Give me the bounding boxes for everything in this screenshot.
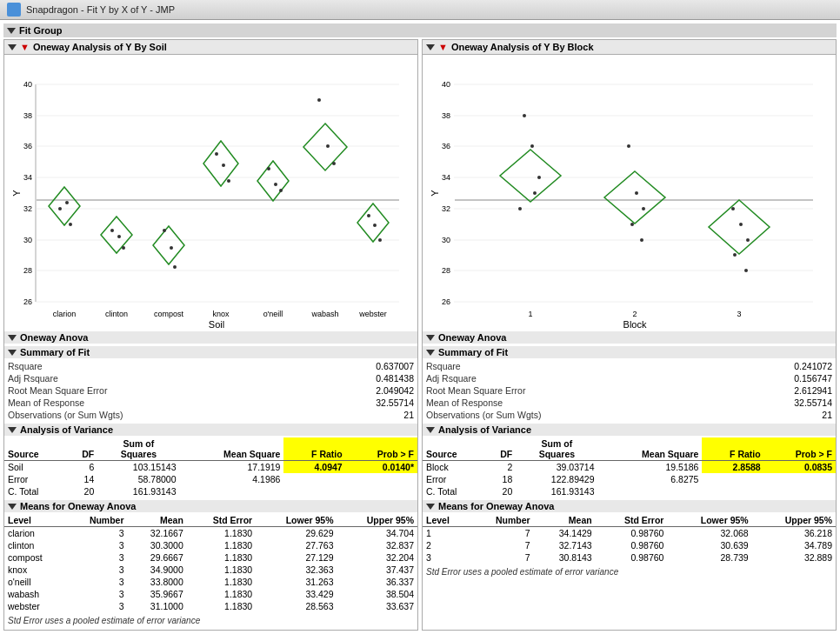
right-means-collapse[interactable] xyxy=(426,504,435,510)
right-anova-collapse[interactable] xyxy=(426,335,435,341)
left-means-collapse[interactable] xyxy=(8,504,17,510)
left-anova-table: Source DF Sum ofSquares Mean Square F Ra… xyxy=(4,437,417,497)
svg-text:28: 28 xyxy=(23,266,32,275)
svg-text:30: 30 xyxy=(23,236,32,244)
prob-cell xyxy=(764,485,836,497)
table-row: Root Mean Square Error 2.612941 xyxy=(423,384,836,397)
upper-cell: 36.337 xyxy=(337,576,417,588)
window-title: Snapdragon - Fit Y by X of Y - JMP xyxy=(26,4,175,15)
svg-text:36: 36 xyxy=(442,142,450,150)
left-chart-svg: Y 40 38 36 34 32 xyxy=(8,58,408,328)
right-chart: Y 40 38 36 34 32 30 28 26 xyxy=(423,55,836,331)
right-anova-header[interactable]: Oneway Anova xyxy=(423,331,836,344)
table-row: C. Total 20 161.93143 xyxy=(4,485,417,497)
stat-name: Adj Rsquare xyxy=(423,372,724,384)
table-row: Block 2 39.03714 19.5186 2.8588 0.0835 xyxy=(423,461,836,474)
left-summary-header[interactable]: Summary of Fit xyxy=(4,346,417,358)
level-cell: o'neill xyxy=(4,576,66,588)
stat-value: 0.481438 xyxy=(306,372,417,384)
left-means-table: Level Number Mean Std Error Lower 95% Up… xyxy=(4,514,417,612)
ms-cell: 19.5186 xyxy=(598,461,703,474)
source-cell: Error xyxy=(423,473,484,485)
left-anova-section-header[interactable]: Analysis of Variance xyxy=(4,424,417,436)
left-means-header[interactable]: Means for Oneway Anova xyxy=(4,500,417,512)
se-cell: 1.1830 xyxy=(187,539,256,551)
svg-text:compost: compost xyxy=(154,310,184,318)
svg-text:34: 34 xyxy=(23,173,32,182)
svg-text:36: 36 xyxy=(23,142,32,150)
right-means-header[interactable]: Means for Oneway Anova xyxy=(423,500,836,512)
col-prob: Prob > F xyxy=(764,437,836,461)
fit-group-collapse-icon[interactable] xyxy=(7,28,16,34)
stat-value: 0.156747 xyxy=(724,372,836,384)
se-cell: 0.98760 xyxy=(596,527,668,540)
svg-marker-73 xyxy=(500,150,561,202)
table-row: Error 18 122.89429 6.8275 xyxy=(423,473,836,485)
svg-point-87 xyxy=(739,223,743,226)
right-summary-header[interactable]: Summary of Fit xyxy=(423,346,836,358)
lower-cell: 28.739 xyxy=(667,551,751,564)
stat-name: Rsquare xyxy=(4,360,306,372)
svg-point-28 xyxy=(163,229,166,232)
prob-cell xyxy=(346,485,417,497)
svg-text:40: 40 xyxy=(23,80,32,89)
svg-point-75 xyxy=(530,144,534,148)
stat-name: Mean of Response xyxy=(4,397,306,409)
left-anova-section: Analysis of Variance Source DF Sum ofSqu… xyxy=(4,424,417,497)
right-chart-svg: Y 40 38 36 34 32 30 28 26 xyxy=(426,58,822,328)
left-summary-section: Summary of Fit Rsquare 0.637007 Adj Rsqu… xyxy=(4,346,417,421)
col-fratio: F Ratio xyxy=(283,437,345,461)
left-anova-collapse[interactable] xyxy=(8,335,17,341)
svg-text:knox: knox xyxy=(212,310,230,318)
n-cell: 7 xyxy=(470,539,534,551)
right-means-section: Means for Oneway Anova Level Number Mean… xyxy=(423,500,836,578)
col-level: Level xyxy=(4,514,66,527)
right-anova-section-header[interactable]: Analysis of Variance xyxy=(423,424,836,436)
right-panel-title: Oneway Analysis of Y By Block xyxy=(451,42,594,52)
svg-point-89 xyxy=(733,253,737,257)
right-anova-section-collapse[interactable] xyxy=(426,427,435,433)
svg-text:clarion: clarion xyxy=(53,310,77,318)
col-df: DF xyxy=(66,437,97,461)
right-panel-collapse-icon[interactable] xyxy=(426,44,435,50)
table-row: Observations (or Sum Wgts) 21 xyxy=(423,409,836,421)
left-summary-label: Summary of Fit xyxy=(20,347,90,357)
df-cell: 6 xyxy=(66,461,97,474)
right-panel-red-triangle[interactable]: ▼ xyxy=(438,42,448,52)
fit-group-header[interactable]: Fit Group xyxy=(3,23,837,37)
df-cell: 14 xyxy=(66,473,97,485)
svg-text:38: 38 xyxy=(442,111,450,120)
svg-point-77 xyxy=(518,207,522,210)
svg-point-83 xyxy=(630,223,634,226)
upper-cell: 32.889 xyxy=(752,551,836,564)
left-panel-title: Oneway Analysis of Y By Soil xyxy=(33,42,167,52)
fit-group-label: Fit Group xyxy=(19,25,63,36)
svg-point-25 xyxy=(117,235,121,238)
stat-value: 0.637007 xyxy=(306,360,417,372)
svg-point-37 xyxy=(274,183,277,186)
left-panel-red-triangle[interactable]: ▼ xyxy=(20,42,30,52)
lower-cell: 27.763 xyxy=(256,539,337,551)
left-anova-header[interactable]: Oneway Anova xyxy=(4,331,417,344)
table-row: Rsquare 0.637007 xyxy=(4,360,417,372)
svg-point-42 xyxy=(332,162,336,165)
svg-text:28: 28 xyxy=(442,266,450,275)
svg-marker-35 xyxy=(257,161,289,201)
right-summary-collapse[interactable] xyxy=(426,350,435,356)
svg-text:26: 26 xyxy=(23,297,32,306)
table-row: 3 7 30.8143 0.98760 28.739 32.889 xyxy=(423,551,836,564)
svg-text:o'neill: o'neill xyxy=(263,310,283,318)
ms-cell xyxy=(598,485,703,497)
left-panel-collapse-icon[interactable] xyxy=(8,44,17,50)
svg-marker-19 xyxy=(49,187,80,225)
source-cell: C. Total xyxy=(4,485,66,497)
se-cell: 1.1830 xyxy=(187,588,256,600)
se-cell: 1.1830 xyxy=(187,600,256,612)
left-summary-collapse[interactable] xyxy=(8,350,17,356)
svg-point-74 xyxy=(523,114,526,117)
left-anova-section-collapse[interactable] xyxy=(8,427,17,433)
right-means-table: Level Number Mean Std Error Lower 95% Up… xyxy=(423,514,836,564)
n-cell: 3 xyxy=(66,600,128,612)
col-stderr: Std Error xyxy=(187,514,256,527)
stat-value: 2.049042 xyxy=(306,384,417,397)
